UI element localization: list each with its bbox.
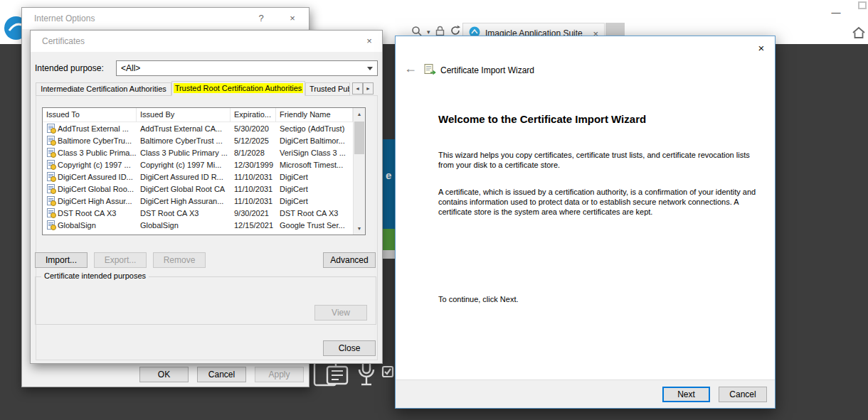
certificates-dialog: Certificates × Intended purpose: <All> I…	[30, 30, 383, 364]
wizard-heading: Welcome to the Certificate Import Wizard	[438, 113, 646, 125]
table-cell: Baltimore CyberTru...	[43, 134, 137, 146]
certificate-list: Issued To Issued By Expiratio... Friendl…	[42, 107, 366, 235]
cancel-button[interactable]: Cancel	[197, 367, 246, 382]
screen: — ▾ Imagicle Application Suite ×	[0, 0, 868, 420]
tab-scroll-left-icon[interactable]: ◄	[352, 82, 363, 95]
table-row[interactable]: GlobalSignGlobalSign12/15/2021Google Tru…	[43, 219, 353, 231]
column-header-friendly-name[interactable]: Friendly Name	[276, 108, 353, 122]
tab-intermediate-authorities[interactable]: Intermediate Certification Authorities	[36, 82, 171, 96]
table-cell: 5/12/2025	[231, 134, 276, 146]
export-button[interactable]: Export...	[94, 252, 147, 268]
scrollbar-thumb[interactable]	[354, 122, 364, 154]
window-control-partial-icon[interactable]	[858, 1, 867, 9]
table-cell: 9/30/2021	[231, 207, 276, 219]
wizard-paragraph-2: A certificate, which is issued by a cert…	[438, 187, 770, 217]
certificate-icon	[47, 220, 55, 230]
close-button[interactable]: Close	[323, 340, 376, 356]
view-button[interactable]: View	[314, 305, 367, 321]
apply-button[interactable]: Apply	[255, 367, 304, 382]
table-cell: Copyright (c) 1997 ...	[43, 158, 137, 171]
table-row[interactable]: Class 3 Public Prima...Class 3 Public Pr…	[43, 146, 353, 158]
table-cell: Copyright (c) 1997 Mi...	[137, 158, 231, 171]
groupbox-label: Certificate intended purposes	[41, 271, 149, 280]
column-header-issued-to[interactable]: Issued To	[43, 108, 137, 122]
chevron-down-icon	[367, 67, 373, 70]
table-row[interactable]: Baltimore CyberTru...Baltimore CyberTrus…	[43, 134, 353, 146]
close-icon[interactable]: ×	[751, 41, 772, 56]
table-cell: Baltimore CyberTrust ...	[137, 134, 231, 146]
table-row[interactable]: DigiCert High Assur...DigiCert High Assu…	[43, 195, 353, 207]
highlighted-tab-label: Trusted Root Certification Authorities	[174, 83, 304, 93]
table-cell: VeriSign Class 3 ...	[276, 146, 353, 158]
certificate-icon	[47, 160, 55, 169]
certificate-import-icon	[424, 64, 436, 78]
table-cell: DigiCert	[276, 195, 353, 207]
tab-scroll-right-icon[interactable]: ►	[363, 82, 374, 95]
table-cell: 12/30/1999	[231, 158, 276, 171]
import-button[interactable]: Import...	[35, 252, 88, 268]
scroll-down-icon[interactable]: ▼	[354, 222, 365, 235]
tab-trusted-root-authorities[interactable]: Trusted Root Certification Authorities	[171, 81, 305, 96]
sidebar-letter: e	[386, 169, 391, 181]
table-cell: DigiCert Global Roo...	[43, 183, 137, 195]
dialog-title: Internet Options	[34, 14, 95, 23]
wizard-continue-text: To continue, click Next.	[438, 294, 770, 304]
table-row[interactable]: DigiCert Assured ID...DigiCert Assured I…	[43, 171, 353, 183]
background-sidebar-gray	[383, 250, 395, 259]
table-cell: DigiCert High Assur...	[43, 195, 137, 207]
intended-purpose-label: Intended purpose:	[35, 63, 104, 73]
vertical-scrollbar[interactable]: ▲ ▼	[353, 108, 365, 235]
table-cell: DigiCert High Assuran...	[137, 195, 231, 207]
table-row[interactable]: DigiCert Global Roo...DigiCert Global Ro…	[43, 183, 353, 195]
checkbox-icon[interactable]	[381, 364, 394, 381]
certificate-icon	[47, 196, 55, 205]
certificate-icon	[47, 184, 55, 193]
scroll-up-icon[interactable]: ▲	[354, 108, 365, 120]
remove-button[interactable]: Remove	[153, 252, 206, 268]
table-cell: DST Root CA X3	[43, 207, 137, 219]
home-icon[interactable]	[852, 26, 866, 39]
background-sidebar-green	[383, 229, 395, 250]
internet-options-titlebar: Internet Options ? ×	[22, 8, 309, 29]
intended-purpose-dropdown[interactable]: <All>	[116, 60, 378, 76]
cancel-button[interactable]: Cancel	[719, 387, 767, 402]
next-button[interactable]: Next	[662, 387, 710, 402]
certificates-titlebar: Certificates ×	[31, 31, 382, 52]
certificate-import-wizard-dialog: × ← Certificate Import Wizard Welcome to…	[395, 36, 776, 409]
help-button[interactable]: ?	[251, 11, 271, 26]
search-dropdown-icon[interactable]: ▾	[427, 28, 430, 36]
cert-table-rows: AddTrust External ...AddTrust External C…	[43, 122, 353, 231]
ok-button[interactable]: OK	[139, 367, 189, 382]
certificate-icon	[47, 148, 55, 157]
table-row[interactable]: AddTrust External ...AddTrust External C…	[43, 122, 353, 134]
table-cell: DigiCert Assured ID...	[43, 171, 137, 183]
table-cell: DST Root CA X3	[276, 207, 353, 219]
close-icon[interactable]: ×	[359, 33, 379, 49]
table-cell: DigiCert	[276, 183, 353, 195]
table-cell: 11/10/2031	[231, 195, 276, 207]
dialog-title: Certificates	[42, 36, 85, 46]
close-icon[interactable]: ×	[282, 11, 302, 26]
column-header-expiration[interactable]: Expiratio...	[231, 108, 276, 122]
minimize-button[interactable]: —	[825, 6, 847, 20]
certificate-icon	[47, 208, 55, 217]
table-cell: GlobalSign	[43, 219, 137, 231]
wizard-paragraph-1: This wizard helps you copy certificates,…	[438, 150, 762, 170]
table-row[interactable]: Copyright (c) 1997 ...Copyright (c) 1997…	[43, 158, 353, 171]
dropdown-value: <All>	[121, 63, 140, 73]
tab-trusted-publishers[interactable]: Trusted Publ	[305, 82, 350, 96]
table-cell: Sectigo (AddTrust)	[276, 122, 353, 134]
table-cell: 5/30/2020	[231, 122, 276, 134]
certificate-icon	[47, 124, 55, 133]
table-cell: AddTrust External CA...	[137, 122, 231, 134]
table-cell: Google Trust Ser...	[276, 219, 353, 231]
wizard-header-title: Certificate Import Wizard	[440, 65, 534, 75]
table-row[interactable]: DST Root CA X3DST Root CA X39/30/2021DST…	[43, 207, 353, 219]
keypad-icon[interactable]	[313, 360, 349, 391]
table-cell: 8/1/2028	[231, 146, 276, 158]
table-cell: DigiCert	[276, 171, 353, 183]
back-arrow-icon[interactable]: ←	[404, 61, 417, 76]
table-cell: 12/15/2021	[231, 219, 276, 231]
column-header-issued-by[interactable]: Issued By	[137, 108, 231, 122]
advanced-button[interactable]: Advanced	[323, 252, 376, 268]
